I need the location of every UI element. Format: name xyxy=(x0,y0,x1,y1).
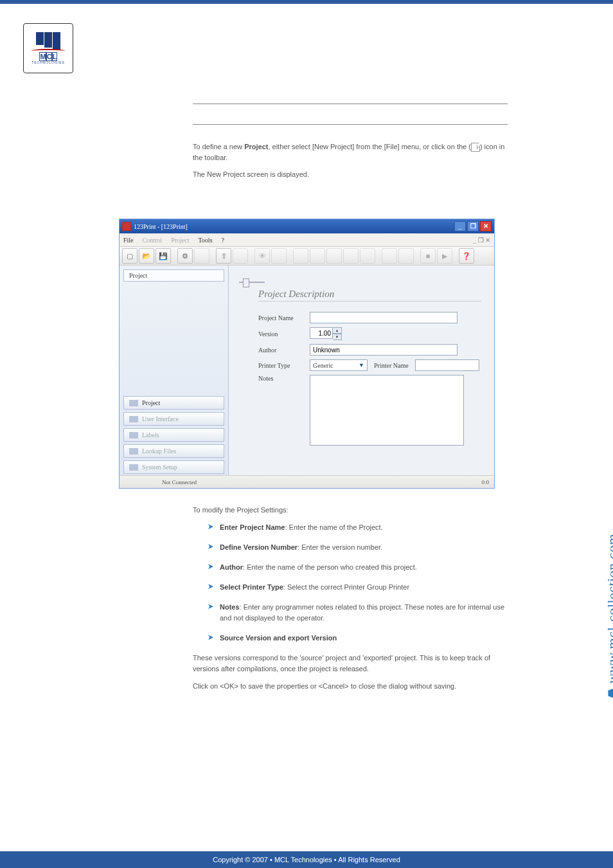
spin-up-icon[interactable]: ▲ xyxy=(333,327,342,334)
heading-rule-1 xyxy=(193,90,508,104)
main-pane: Project Description Project Name Version… xyxy=(229,266,494,475)
menu-control: Control xyxy=(143,237,163,244)
label-printer-name: Printer Name xyxy=(374,362,409,369)
window-close-button[interactable]: ✕ xyxy=(480,221,492,231)
spin-down-icon[interactable]: ▼ xyxy=(333,334,342,340)
menu-help[interactable]: ? xyxy=(222,237,224,244)
window-maximize-button[interactable]: ❐ xyxy=(467,221,479,231)
input-author[interactable] xyxy=(310,344,458,356)
input-version[interactable]: ▲▼ xyxy=(310,327,342,340)
page-footer: Copyright © 2007 • MCL Technologies • Al… xyxy=(0,851,613,868)
intro-paragraph-2: The New Project screen is displayed. xyxy=(193,169,508,180)
select-printer-type[interactable]: Generic▼ xyxy=(310,359,368,371)
toolbar-b6 xyxy=(310,248,325,264)
nav-user-interface: User Interface xyxy=(123,412,224,426)
page-top-bar xyxy=(0,0,613,4)
bullet-5: Notes: Enter any programmer notes relate… xyxy=(208,602,508,624)
bullet-6: Source Version and export Version xyxy=(208,633,508,644)
closing-2: Click on <OK> to save the properties or … xyxy=(193,681,508,692)
toolbar-b9 xyxy=(360,248,375,264)
toolbar-b11 xyxy=(398,248,414,264)
new-project-icon xyxy=(471,143,480,152)
bullet-1: Enter Project Name: Enter the name of th… xyxy=(208,522,508,533)
toolbar-help[interactable]: ❓ xyxy=(459,248,474,264)
toolbar-upload[interactable]: ⇧ xyxy=(216,248,231,264)
toolbar-props[interactable]: ⚙ xyxy=(177,248,193,264)
menu-bar: File Control Project Tools ? _ ❐ ✕ xyxy=(120,233,494,246)
input-project-name[interactable] xyxy=(310,312,458,323)
window-titlebar: 123Print - [123Print] _ ❐ ✕ xyxy=(120,219,494,233)
app-icon xyxy=(122,222,131,231)
nav-project[interactable]: Project xyxy=(123,396,224,410)
toolbar-b12: ■ xyxy=(420,248,436,264)
bullet-3: Author: Enter the name of the person who… xyxy=(208,562,508,573)
project-icon xyxy=(129,400,138,406)
closing-1: These versions correspond to the 'source… xyxy=(193,653,508,674)
content-column: To define a new Project, either select [… xyxy=(193,90,508,186)
textarea-notes[interactable] xyxy=(310,375,464,446)
app-screenshot: 123Print - [123Print] _ ❐ ✕ File Control… xyxy=(119,219,495,489)
mcl-logo: MCL TECHNOLOGIES xyxy=(23,23,73,73)
menu-file[interactable]: File xyxy=(123,237,134,244)
toolbar-b13: ▶ xyxy=(437,248,452,264)
below-lead: To modify the Project Settings: xyxy=(193,505,508,516)
heading-rule-2 xyxy=(193,111,508,125)
bullet-list: Enter Project Name: Enter the name of th… xyxy=(208,522,508,644)
system-icon xyxy=(129,464,138,471)
status-cursor: 0:0 xyxy=(481,479,489,485)
status-connection: Not Connected xyxy=(125,479,234,485)
nav-system-setup: System Setup xyxy=(123,460,224,474)
nav-lookup-files: Lookup Files xyxy=(123,444,224,458)
ui-icon xyxy=(129,416,138,422)
toolbar-b3: 👁 xyxy=(254,248,270,264)
chevron-down-icon: ▼ xyxy=(359,362,364,368)
instruction-block: To modify the Project Settings: Enter Pr… xyxy=(193,505,508,699)
label-author: Author xyxy=(258,347,303,354)
tree-root[interactable]: Project xyxy=(123,269,224,282)
toolbar-b7 xyxy=(326,248,342,264)
pane-title: Project Description xyxy=(258,289,481,302)
toolbar-b2 xyxy=(233,248,248,264)
vertical-url: www.mcl-collection.com xyxy=(604,534,613,698)
toolbar-b1 xyxy=(194,248,209,264)
bullet-2: Define Version Number: Enter the version… xyxy=(208,542,508,553)
menu-project: Project xyxy=(171,237,189,244)
label-project-name: Project Name xyxy=(258,314,303,321)
toolbar-new[interactable]: ▢ xyxy=(122,248,138,264)
input-printer-name[interactable] xyxy=(415,359,479,371)
url-bullet-icon xyxy=(608,689,613,698)
menu-tools[interactable]: Tools xyxy=(198,237,212,244)
nav-labels: Labels xyxy=(123,428,224,442)
status-bar: Not Connected 0:0 xyxy=(120,475,494,488)
toolbar-b8 xyxy=(343,248,359,264)
intro-paragraph-1: To define a new Project, either select [… xyxy=(193,141,508,163)
toolbar-b4 xyxy=(271,248,287,264)
zoom-slider[interactable] xyxy=(239,278,265,286)
sidebar: Project Project User Interface Labels Lo… xyxy=(120,266,229,475)
lookup-icon xyxy=(129,448,138,455)
toolbar-open[interactable]: 📂 xyxy=(139,248,154,264)
toolbar-save[interactable]: 💾 xyxy=(155,248,171,264)
mdi-window-controls[interactable]: _ ❐ ✕ xyxy=(473,237,490,244)
label-printer-type: Printer Type xyxy=(258,362,303,369)
bullet-4: Select Printer Type: Select the correct … xyxy=(208,582,508,593)
toolbar-b5 xyxy=(293,248,308,264)
toolbar-b10 xyxy=(382,248,397,264)
window-minimize-button[interactable]: _ xyxy=(454,221,466,231)
label-notes: Notes xyxy=(258,375,303,382)
window-title: 123Print - [123Print] xyxy=(134,223,188,230)
labels-icon xyxy=(129,432,138,439)
label-version: Version xyxy=(258,330,303,338)
toolbar: ▢ 📂 💾 ⚙ ⇧ 👁 ■ ▶ ❓ xyxy=(120,246,494,266)
